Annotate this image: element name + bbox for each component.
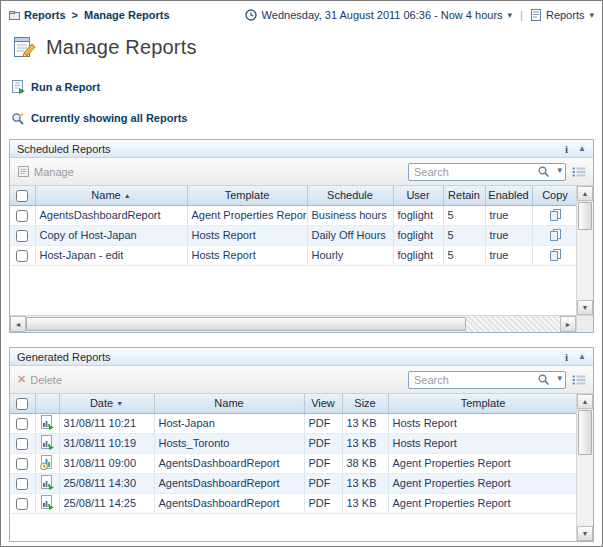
scrollbar-thumb[interactable] [578, 202, 592, 230]
scroll-up-button[interactable]: ▲ [577, 186, 593, 201]
select-all-checkbox[interactable] [16, 398, 28, 410]
column-header-retain[interactable]: Retain [443, 186, 485, 205]
cell-view[interactable]: PDF [304, 433, 342, 453]
column-header-date[interactable]: Date ▼ [59, 394, 154, 413]
search-dropdown-icon[interactable]: ▾ [557, 165, 562, 175]
breadcrumb-separator: > [72, 9, 78, 21]
scroll-right-button[interactable]: ► [560, 316, 576, 332]
column-header-view[interactable]: View [304, 394, 342, 413]
table-customizer-icon[interactable] [572, 374, 586, 386]
cell-date: 31/08/11 10:21 [59, 413, 154, 433]
cell-name: Hosts_Toronto [154, 433, 304, 453]
page-header: Manage Reports [1, 27, 602, 65]
horizontal-scrollbar[interactable]: ◄ ► [10, 316, 576, 332]
table-row[interactable]: 25/08/11 14:25 AgentsDashboardReport PDF… [10, 493, 576, 513]
scroll-left-button[interactable]: ◄ [10, 316, 26, 332]
scroll-down-button[interactable]: ▼ [577, 526, 593, 541]
cell-name: Host-Japan - edit [35, 245, 187, 265]
cell-user: foglight [393, 225, 443, 245]
scrollbar-thumb[interactable] [578, 410, 592, 455]
scrollbar-track[interactable] [466, 316, 560, 332]
table-customizer-icon[interactable] [572, 166, 586, 178]
row-checkbox[interactable] [16, 210, 28, 222]
generated-search-box: ▾ [408, 371, 566, 389]
breadcrumb-root[interactable]: Reports [24, 9, 66, 21]
info-icon[interactable]: i [565, 351, 568, 363]
scheduled-table: Name ▲ Template Schedule User Retain Ena… [10, 186, 576, 315]
run-report-link[interactable]: Run a Report [1, 77, 602, 97]
column-header-name[interactable]: Name ▲ [35, 186, 187, 205]
scroll-down-button[interactable]: ▼ [577, 300, 593, 315]
search-icon[interactable] [537, 373, 550, 386]
generated-panel-header: Generated Reports i ▲ [10, 348, 593, 366]
cell-user: foglight [393, 245, 443, 265]
cell-retain: 5 [443, 245, 485, 265]
scheduled-toolbar: Manage ▾ [10, 158, 593, 186]
scroll-up-button[interactable]: ▲ [577, 394, 593, 409]
showing-filter[interactable]: Currently showing all Reports [1, 107, 602, 129]
delete-button[interactable]: ✕ Delete [17, 373, 62, 386]
row-checkbox[interactable] [16, 418, 28, 430]
cell-user: foglight [393, 205, 443, 225]
cell-retain: 5 [443, 225, 485, 245]
table-row[interactable]: 31/08/11 10:19 Hosts_Toronto PDF 13 KB H… [10, 433, 576, 453]
column-header-copy[interactable]: Copy [532, 186, 576, 205]
copy-icon[interactable] [548, 248, 563, 260]
column-header-name[interactable]: Name [154, 394, 304, 413]
vertical-scrollbar[interactable]: ▲ ▼ [576, 394, 593, 541]
row-checkbox[interactable] [16, 498, 28, 510]
cell-template: Agent Properties Report [388, 453, 576, 473]
time-range-dropdown-icon[interactable]: ▾ [508, 10, 513, 20]
scheduled-report-icon [40, 456, 54, 468]
row-checkbox[interactable] [16, 458, 28, 470]
cell-view[interactable]: PDF [304, 473, 342, 493]
info-icon[interactable]: i [565, 143, 568, 155]
table-row[interactable]: 25/08/11 14:30 AgentsDashboardReport PDF… [10, 473, 576, 493]
select-all-checkbox[interactable] [16, 190, 28, 202]
cell-view[interactable]: PDF [304, 453, 342, 473]
vertical-scrollbar[interactable]: ▲ ▼ [576, 186, 593, 315]
run-report-label: Run a Report [31, 81, 100, 93]
copy-icon[interactable] [548, 208, 563, 220]
manage-button[interactable]: Manage [17, 165, 74, 178]
column-header-template[interactable]: Template [388, 394, 576, 413]
cell-enabled: true [485, 225, 532, 245]
search-icon[interactable] [537, 165, 550, 178]
scrollbar-thumb[interactable] [26, 317, 466, 331]
row-checkbox[interactable] [16, 438, 28, 450]
column-header-size[interactable]: Size [342, 394, 388, 413]
scheduled-panel-header: Scheduled Reports i ▲ [10, 140, 593, 158]
row-checkbox[interactable] [16, 478, 28, 490]
cell-schedule: Daily Off Hours [307, 225, 393, 245]
generated-table: Date ▼ Name View Size Template 31/08/11 … [10, 394, 576, 541]
copy-icon[interactable] [548, 228, 563, 240]
column-header-template[interactable]: Template [187, 186, 307, 205]
table-row[interactable]: AgentsDashboardReport Agent Properties R… [10, 205, 576, 225]
time-range-label[interactable]: Wednesday, 31 August 2011 06:36 - Now 4 … [262, 9, 503, 21]
row-checkbox[interactable] [16, 230, 28, 242]
column-header-icon [35, 394, 59, 413]
select-all-checkbox-cell [10, 394, 35, 413]
collapse-icon[interactable]: ▲ [578, 352, 586, 361]
column-header-enabled[interactable]: Enabled [485, 186, 532, 205]
manage-button-label: Manage [34, 166, 74, 178]
cell-view[interactable]: PDF [304, 493, 342, 513]
column-header-schedule[interactable]: Schedule [307, 186, 393, 205]
cell-enabled: true [485, 245, 532, 265]
run-report-icon [11, 80, 25, 94]
table-row[interactable]: Copy of Host-Japan Hosts Report Daily Of… [10, 225, 576, 245]
cell-view[interactable]: PDF [304, 413, 342, 433]
collapse-icon[interactable]: ▲ [578, 144, 586, 153]
search-dropdown-icon[interactable]: ▾ [557, 373, 562, 383]
column-header-user[interactable]: User [393, 186, 443, 205]
report-icon [40, 476, 54, 488]
cell-date: 31/08/11 09:00 [59, 453, 154, 473]
table-row[interactable]: Host-Japan - edit Hosts Report Hourly fo… [10, 245, 576, 265]
reports-menu-label[interactable]: Reports [546, 9, 585, 21]
cell-date: 25/08/11 14:25 [59, 493, 154, 513]
reports-menu-dropdown-icon[interactable]: ▾ [589, 10, 594, 20]
breadcrumb: Reports > Manage Reports [9, 9, 170, 21]
row-checkbox[interactable] [16, 250, 28, 262]
table-row[interactable]: 31/08/11 10:21 Host-Japan PDF 13 KB Host… [10, 413, 576, 433]
table-row[interactable]: 31/08/11 09:00 AgentsDashboardReport PDF… [10, 453, 576, 473]
